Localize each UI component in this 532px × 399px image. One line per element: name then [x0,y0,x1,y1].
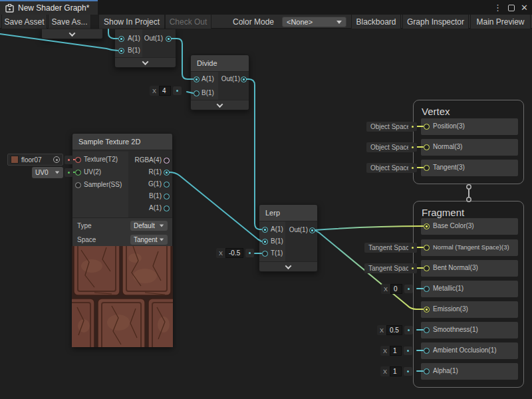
chevron-down-icon [217,101,223,108]
metallic-default-field[interactable]: X 0 [381,284,413,294]
output-port[interactable] [241,76,247,82]
color-mode-value: <None> [287,18,313,26]
output-port[interactable] [164,158,170,164]
output-port[interactable] [309,227,315,233]
port-label: A(1) [120,203,162,213]
input-port[interactable] [262,251,268,257]
save-asset-button[interactable]: Save Asset [1,15,47,29]
port-connector [404,285,413,293]
space-binding-label[interactable]: Object Space [366,163,414,173]
clipped-collapsed-node[interactable] [41,29,103,39]
output-port[interactable] [164,182,170,188]
collapse-strip[interactable] [115,57,176,67]
port-label: Out(1) [286,225,308,235]
block-port[interactable] [424,124,430,130]
main-preview-button[interactable]: Main Preview [470,15,531,29]
vertex-context-block[interactable]: Vertex [413,100,524,184]
texture-name: floor07 [21,156,49,164]
x-value[interactable]: 0 [390,284,402,294]
window-controls: ⋮ ✕ [493,3,528,13]
node-title[interactable]: Divide [191,55,249,72]
smoothness-default-field[interactable]: X 0.5 [377,325,413,335]
input-port[interactable] [75,157,81,163]
maximize-icon[interactable] [508,5,515,11]
port-connector [173,86,182,95]
input-port[interactable] [194,90,200,96]
chevron-down-icon [285,263,292,269]
input-port[interactable] [75,182,81,188]
x-label: X [381,284,390,294]
texture-object-field[interactable]: floor07 [7,154,63,166]
space-dropdown[interactable]: Tangent [130,235,168,245]
x-value[interactable]: 0.5 [386,325,402,335]
x-value[interactable]: 4 [159,86,171,96]
tab-new-shader-graph[interactable]: New Shader Graph* [0,0,98,15]
color-mode-dropdown[interactable]: <None> [282,17,346,27]
port-connector [408,243,417,252]
block-port-label: Tangent(3) [433,163,465,172]
uv-channel-dropdown[interactable]: UV0 [32,167,63,178]
collapse-strip[interactable] [191,100,249,110]
lerp-t-default-field[interactable]: X -0.5 [216,248,254,258]
collapse-strip[interactable] [259,261,317,271]
block-port[interactable] [424,223,430,229]
chevron-down-icon [69,30,76,37]
blackboard-button[interactable]: Blackboard [351,15,401,29]
x-value[interactable]: -0.5 [225,248,243,258]
block-port[interactable] [424,144,430,150]
save-as-button[interactable]: Save As... [48,15,91,29]
x-label: X [380,346,390,356]
input-port[interactable] [118,48,124,54]
input-port[interactable] [118,36,124,42]
block-port-label: Base Color(3) [433,221,474,231]
node-title[interactable]: Sample Texture 2D [72,134,172,150]
object-picker-icon[interactable] [53,156,60,163]
output-port[interactable] [164,170,170,176]
input-port[interactable] [262,227,268,233]
alpha-default-field[interactable]: X 1 [380,366,412,376]
ambient-occlusion-default-field[interactable]: X 1 [380,346,412,356]
show-in-project-button[interactable]: Show In Project [98,15,165,29]
block-port[interactable] [424,165,430,171]
port-label: B(1) [201,88,214,98]
block-port[interactable] [424,368,430,374]
type-dropdown[interactable]: Default [130,221,168,231]
node-title[interactable]: Lerp [259,205,317,221]
x-label: X [150,86,159,96]
input-port[interactable] [194,76,200,82]
block-port[interactable] [424,245,430,251]
port-label: G(1) [120,180,162,189]
space-binding-label[interactable]: Object Space [366,122,414,132]
close-icon[interactable]: ✕ [521,3,528,13]
lerp-node[interactable]: Lerp [259,204,318,272]
vertex-title: Vertex [422,106,450,117]
window-menu-icon[interactable]: ⋮ [493,3,502,13]
block-port[interactable] [424,265,430,271]
block-port-label: Smoothness(1) [433,325,478,334]
type-label: Type [77,221,92,231]
tab-title: New Shader Graph* [18,3,89,13]
port-connector [408,143,417,152]
collapse-strip[interactable] [42,29,102,39]
divide-b-default-field[interactable]: X 4 [150,86,182,96]
block-port-label: Bent Normal(3) [433,263,478,273]
port-connector [404,346,412,355]
block-port[interactable] [424,327,430,333]
x-value[interactable]: 1 [390,346,402,356]
input-port[interactable] [262,239,268,245]
graph-inspector-button[interactable]: Graph Inspector [402,15,469,29]
x-value[interactable]: 1 [390,366,402,376]
check-out-button: Check Out [165,15,211,29]
output-port[interactable] [164,194,170,200]
block-port-label: Emission(3) [433,305,468,314]
chevron-down-icon [142,59,149,65]
block-port-label: Position(3) [433,122,465,131]
output-port[interactable] [164,205,170,211]
block-port[interactable] [424,348,430,354]
block-port[interactable] [424,286,430,292]
output-port[interactable] [166,36,172,42]
block-port[interactable] [424,307,430,313]
input-port[interactable] [75,170,81,176]
block-port-label: Normal (Tangent Space)(3) [433,243,509,252]
space-binding-label[interactable]: Object Space [366,142,414,152]
